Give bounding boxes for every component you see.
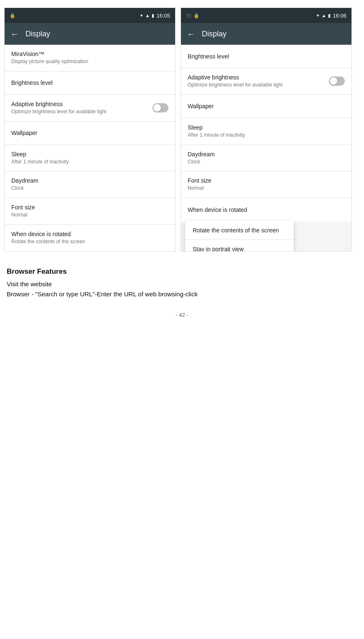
page-number: - 42 -	[0, 303, 364, 322]
nav-icon-2: ✦	[316, 13, 320, 18]
nav-icon-1: ✦	[140, 13, 143, 18]
battery-icon-1: ▮	[152, 13, 154, 18]
toggle-knob-2	[330, 77, 337, 85]
settings-item-text-7: When device is rotated Rotate the conten…	[11, 231, 168, 245]
toggle-knob-1	[153, 104, 161, 112]
settings-item-title-23: Sleep	[188, 124, 345, 131]
rotation-dropdown: Rotate the contents of the screen Stay i…	[185, 221, 294, 252]
settings-item-miravision[interactable]: MiraVision™ Display picture quality opti…	[5, 45, 175, 71]
settings-item-subtitle-7: Rotate the contents of the screen	[11, 238, 168, 245]
settings-item-subtitle-2: Optimize brightness level for available …	[11, 108, 148, 115]
settings-item-sleep-1[interactable]: Sleep After 1 minute of inactivity	[5, 145, 175, 172]
app-bar-title-2: Display	[202, 30, 227, 38]
settings-item-sleep-2[interactable]: Sleep After 1 minute of inactivity	[181, 118, 351, 145]
settings-item-subtitle-5: Clock	[11, 185, 168, 192]
settings-item-title-21: Adaptive brightness	[188, 74, 324, 81]
settings-item-adaptive-brightness[interactable]: Adaptive brightness Optimize brightness …	[5, 95, 175, 122]
settings-item-daydream-1[interactable]: Daydream Clock	[5, 171, 175, 198]
time-2: 16:06	[333, 13, 346, 19]
back-button-2[interactable]: ←	[187, 29, 195, 39]
back-button-1[interactable]: ←	[10, 29, 19, 39]
status-bar-2: ⬛ 🔒 ✦ ▲ ▮ 16:06	[181, 8, 351, 23]
settings-item-title-4: Sleep	[11, 151, 168, 158]
settings-item-fontsize-2[interactable]: Font size Normal	[181, 171, 351, 198]
settings-item-wallpaper-1[interactable]: Wallpaper	[5, 122, 175, 145]
signal-icon-1: ▲	[145, 13, 150, 18]
sim-icon-2: ⬛	[186, 13, 191, 18]
settings-item-rotation-1[interactable]: When device is rotated Rotate the conten…	[5, 225, 175, 251]
settings-item-daydream-2[interactable]: Daydream Clock	[181, 145, 351, 172]
settings-item-text-1: Brightness level	[11, 79, 168, 86]
settings-item-text-21: Adaptive brightness Optimize brightness …	[188, 74, 324, 89]
page-wrapper: 🔒 ✦ ▲ ▮ 16:05 ← Display MiraVisi	[0, 0, 364, 639]
settings-item-text-26: When device is rotated	[188, 206, 345, 213]
settings-item-title-3: Wallpaper	[11, 130, 168, 136]
status-bar-right-1: ✦ ▲ ▮ 16:05	[140, 13, 170, 19]
settings-item-adaptive-brightness-2[interactable]: Adaptive brightness Optimize brightness …	[181, 68, 351, 95]
app-bar-title-1: Display	[25, 30, 50, 38]
settings-item-title-20: Brightness level	[188, 53, 345, 60]
phone-screen-2: ⬛ 🔒 ✦ ▲ ▮ 16:06 ← Display	[181, 8, 352, 252]
settings-item-text-0: MiraVision™ Display picture quality opti…	[11, 51, 168, 65]
settings-item-title-5: Daydream	[11, 177, 168, 184]
settings-item-subtitle-4: After 1 minute of inactivity	[11, 158, 168, 165]
status-bar-1: 🔒 ✦ ▲ ▮ 16:05	[5, 8, 175, 23]
time-1: 16:05	[156, 13, 170, 19]
settings-item-text-5: Daydream Clock	[11, 177, 168, 192]
settings-list-2: Brightness level Adaptive brightness Opt…	[181, 45, 351, 221]
signal-icon-2: ▲	[322, 13, 326, 18]
battery-icon-2: ▮	[328, 13, 331, 18]
settings-item-subtitle-6: Normal	[11, 211, 168, 219]
browser-features-title: Browser Features	[7, 267, 357, 276]
settings-item-title-1: Brightness level	[11, 79, 168, 86]
settings-item-title-25: Font size	[188, 177, 345, 184]
dropdown-item-portrait[interactable]: Stay in portrait view	[185, 239, 294, 252]
settings-item-text-24: Daydream Clock	[188, 151, 345, 165]
settings-item-fontsize-1[interactable]: Font size Normal	[5, 198, 175, 225]
settings-item-text-20: Brightness level	[188, 53, 345, 60]
settings-item-text-22: Wallpaper	[188, 103, 345, 109]
settings-item-title-24: Daydream	[188, 151, 345, 158]
dropdown-item-rotate[interactable]: Rotate the contents of the screen	[185, 221, 294, 239]
settings-item-title-26: When device is rotated	[188, 206, 345, 213]
settings-item-text-3: Wallpaper	[11, 130, 168, 136]
adaptive-brightness-toggle-2[interactable]	[329, 76, 345, 86]
settings-item-subtitle-24: Clock	[188, 158, 345, 165]
settings-item-subtitle-23: After 1 minute of inactivity	[188, 132, 345, 139]
settings-item-text-23: Sleep After 1 minute of inactivity	[188, 124, 345, 139]
phone-screen-1: 🔒 ✦ ▲ ▮ 16:05 ← Display MiraVisi	[4, 8, 176, 252]
screenshots-row: 🔒 ✦ ▲ ▮ 16:05 ← Display MiraVisi	[0, 0, 364, 259]
settings-item-subtitle-0: Display picture quality optimization	[11, 58, 168, 65]
settings-item-rotation-2[interactable]: When device is rotated Rotate the conten…	[181, 198, 351, 221]
adaptive-brightness-toggle-1[interactable]	[153, 103, 168, 112]
settings-item-subtitle-21: Optimize brightness level for available …	[188, 81, 324, 89]
settings-item-text-6: Font size Normal	[11, 204, 168, 219]
browser-features-section: Browser Features Visit the website Brows…	[0, 259, 364, 303]
settings-item-title-7: When device is rotated	[11, 231, 168, 237]
browser-features-line-2: Browser - "Search or type URL"-Enter the…	[7, 289, 357, 299]
settings-item-title-22: Wallpaper	[188, 103, 345, 109]
settings-item-text-25: Font size Normal	[188, 177, 345, 192]
settings-item-brightness[interactable]: Brightness level	[5, 71, 175, 95]
status-bar-right-2: ✦ ▲ ▮ 16:06	[316, 13, 346, 19]
settings-item-subtitle-25: Normal	[188, 185, 345, 192]
lock-icon-1: 🔒	[10, 13, 15, 18]
status-bar-left-1: 🔒	[10, 13, 15, 18]
settings-list-1: MiraVision™ Display picture quality opti…	[5, 45, 175, 251]
app-bar-2: ← Display	[181, 23, 351, 45]
settings-item-wallpaper-2[interactable]: Wallpaper	[181, 95, 351, 118]
settings-item-title-2: Adaptive brightness	[11, 101, 148, 107]
browser-features-line-1: Visit the website	[7, 279, 357, 289]
settings-item-brightness-2[interactable]: Brightness level	[181, 45, 351, 68]
settings-item-text-2: Adaptive brightness Optimize brightness …	[11, 101, 148, 115]
lock-icon-2: 🔒	[193, 13, 199, 18]
app-bar-1: ← Display	[5, 23, 175, 45]
status-bar-left-2: ⬛ 🔒	[186, 13, 199, 18]
settings-item-text-4: Sleep After 1 minute of inactivity	[11, 151, 168, 165]
settings-item-title-6: Font size	[11, 204, 168, 211]
settings-item-title-0: MiraVision™	[11, 51, 168, 57]
